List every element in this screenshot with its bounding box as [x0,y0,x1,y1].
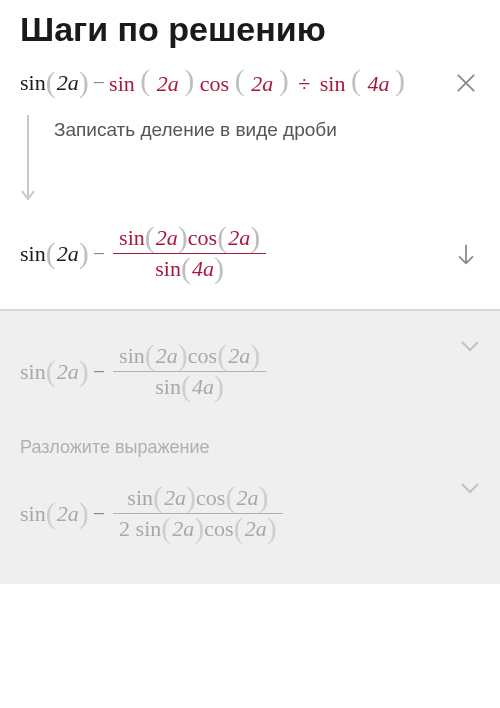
lparen-icon: ( [181,256,191,280]
result-expression-row: sin ( 2a ) − sin ( 2a ) cos ( 2a ) sin [20,223,480,284]
faded-expression: sin ( 2a ) − sin ( 2a ) cos ( 2a ) 2 sin [20,483,480,544]
input-expression-row: sin ( 2a ) − sin ( 2a ) cos ( 2a ) ÷ sin… [20,69,480,97]
faded-expression: sin ( 2a ) − sin ( 2a ) cos ( 2a ) sin [20,341,480,402]
rparen-icon: ) [250,343,260,367]
fraction: sin ( 2a ) cos ( 2a ) 2 sin ( 2a ) cos ( [113,483,283,544]
rparen-icon: ) [178,343,188,367]
lparen-icon: ( [225,485,235,509]
lparen-icon: ( [145,343,155,367]
lparen-icon: ( [181,374,191,398]
header: Шаги по решению [0,0,500,69]
rparen-icon: ) [184,63,194,96]
arg: 2a [163,485,186,511]
arg: 2a [227,225,250,251]
sin-fn: sin [109,71,135,96]
rparen-icon: ) [79,241,89,265]
chevron-down-icon[interactable] [460,481,480,495]
rparen-icon: ) [214,256,224,280]
lparen-icon: ( [217,225,227,249]
arg: 4a [191,256,214,282]
minus-op: − [89,359,109,385]
arg: 2a [156,71,179,96]
rparen-icon: ) [258,485,268,509]
lparen-icon: ( [145,225,155,249]
cos-fn: cos [196,485,225,511]
rparen-icon: ) [279,63,289,96]
arg: 2a [250,71,273,96]
sin-fn: sin [119,343,145,369]
rparen-icon: ) [79,70,89,94]
sin-fn: sin [155,256,181,282]
arg: 2a [171,516,194,542]
fraction: sin ( 2a ) cos ( 2a ) sin ( 4a ) [113,341,266,402]
sin-fn: sin [127,485,153,511]
input-expression: sin ( 2a ) − sin ( 2a ) cos ( 2a ) ÷ sin… [20,69,405,97]
faded-hint: Разложите выражение [0,412,500,473]
cos-fn: cos [188,343,217,369]
faded-step-2[interactable]: sin ( 2a ) − sin ( 2a ) cos ( 2a ) 2 sin [0,473,500,554]
rparen-icon: ) [395,63,405,96]
div-op: ÷ [294,71,314,96]
lparen-icon: ( [153,485,163,509]
arg: 2a [235,485,258,511]
arg: 2a [155,343,178,369]
sin-fn: sin [20,501,46,527]
sin-fn: sin [20,359,46,385]
faded-step-1[interactable]: sin ( 2a ) − sin ( 2a ) cos ( 2a ) sin [0,311,500,412]
lparen-icon: ( [140,63,150,96]
rparen-icon: ) [79,501,89,525]
close-icon[interactable] [452,69,480,97]
sin-fn: sin [320,71,346,96]
lparen-icon: ( [46,501,56,525]
hint-row: Записать деление в виде дроби [20,97,480,223]
sin-fn: sin [20,241,46,267]
hint-text: Записать деление в виде дроби [54,115,337,144]
rparen-icon: ) [214,374,224,398]
arg: 2a [56,241,79,267]
lparen-icon: ( [351,63,361,96]
minus-op: − [89,241,109,267]
arg: 2a [56,359,79,385]
rparen-icon: ) [194,516,204,540]
arrow-down-icon[interactable] [452,240,480,268]
denom-prefix: 2 sin [119,516,161,542]
chevron-down-icon[interactable] [460,339,480,353]
rparen-icon: ) [79,359,89,383]
result-expression: sin ( 2a ) − sin ( 2a ) cos ( 2a ) sin [20,223,270,284]
arg: 2a [227,343,250,369]
solution-step: sin ( 2a ) − sin ( 2a ) cos ( 2a ) ÷ sin… [0,69,500,309]
cos-fn: cos [188,225,217,251]
lparen-icon: ( [46,70,56,94]
rparen-icon: ) [267,516,277,540]
arg: 2a [56,70,79,96]
minus-op: − [89,70,109,96]
lparen-icon: ( [217,343,227,367]
arg: 2a [244,516,267,542]
cos-fn: cos [204,516,233,542]
arg: 4a [191,374,214,400]
rparen-icon: ) [250,225,260,249]
lparen-icon: ( [46,359,56,383]
rparen-icon: ) [178,225,188,249]
arg: 2a [56,501,79,527]
rparen-icon: ) [186,485,196,509]
lparen-icon: ( [46,241,56,265]
lparen-icon: ( [235,63,245,96]
cos-fn: cos [200,71,229,96]
sin-fn: sin [155,374,181,400]
fraction: sin ( 2a ) cos ( 2a ) sin ( 4a ) [113,223,266,284]
minus-op: − [89,501,109,527]
upcoming-steps: sin ( 2a ) − sin ( 2a ) cos ( 2a ) sin [0,311,500,584]
arg: 2a [155,225,178,251]
flow-arrow-icon [20,115,36,205]
page-title: Шаги по решению [20,10,480,49]
lparen-icon: ( [234,516,244,540]
sin-fn: sin [20,70,46,96]
sin-fn: sin [119,225,145,251]
arg: 4a [366,71,389,96]
lparen-icon: ( [161,516,171,540]
